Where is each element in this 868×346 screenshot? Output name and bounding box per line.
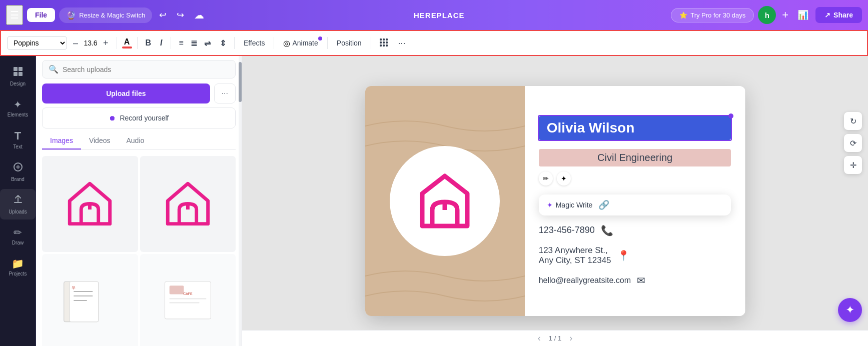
card-left-panel: [365, 86, 525, 316]
location-icon: 📍: [617, 250, 630, 262]
sidebar-item-draw[interactable]: ✏ Draw: [0, 222, 36, 250]
main-layout: Design ✦ Elements T Text Brand Uploads ✏…: [0, 56, 868, 346]
more-options-button[interactable]: ···: [394, 36, 410, 50]
tab-images[interactable]: Images: [42, 132, 81, 150]
house-logo-large: [410, 166, 480, 236]
share-label: Share: [833, 11, 853, 19]
sidebar: Design ✦ Elements T Text Brand Uploads ✏…: [0, 56, 36, 346]
svg-rect-4: [383, 42, 385, 44]
file-button[interactable]: File: [27, 8, 55, 22]
divider-4: [234, 37, 235, 49]
tab-audio[interactable]: Audio: [118, 132, 152, 150]
sidebar-item-uploads[interactable]: Uploads: [0, 189, 36, 220]
brand-icon: [13, 162, 24, 175]
draw-label: Draw: [12, 240, 24, 246]
brand-label: Brand: [11, 176, 25, 182]
image-thumb-1[interactable]: [42, 156, 138, 252]
name-text-box[interactable]: Olivia Wilson: [539, 116, 731, 140]
hamburger-menu[interactable]: ☰: [6, 5, 23, 25]
rotate-right-button[interactable]: ↻: [844, 112, 862, 130]
tab-videos[interactable]: Videos: [81, 132, 119, 150]
edit-magic-button[interactable]: ✦: [557, 172, 571, 186]
uploads-panel: 🔍 Upload files ··· ⏺ Record yourself Ima…: [36, 56, 242, 346]
redo-button[interactable]: ↪: [174, 6, 187, 24]
divider-7: [371, 37, 371, 49]
cloud-save-button[interactable]: ☁: [191, 6, 207, 24]
image-thumb-2[interactable]: [140, 156, 236, 252]
svg-rect-8: [386, 44, 388, 46]
scroll-indicator: [239, 56, 242, 346]
prev-page-button[interactable]: ‹: [534, 331, 545, 346]
svg-rect-11: [14, 72, 18, 76]
uploads-label: Uploads: [9, 209, 27, 214]
sidebar-item-projects[interactable]: 📁 Projects: [0, 252, 36, 282]
add-button[interactable]: +: [780, 6, 790, 24]
upload-files-button[interactable]: Upload files: [42, 84, 210, 104]
grid-button[interactable]: [376, 36, 391, 50]
animate-button[interactable]: ◎ Animate: [279, 36, 322, 50]
font-size-increase[interactable]: +: [100, 37, 112, 50]
record-yourself-button[interactable]: ⏺ Record yourself: [42, 108, 236, 128]
align-left-button[interactable]: ≡: [176, 36, 187, 50]
try-pro-button[interactable]: ⭐ Try Pro for 30 days: [671, 8, 754, 22]
email-row: hello@reallygreatsite.com ✉: [539, 274, 731, 286]
elements-label: Elements: [8, 112, 29, 118]
page-navigation: ‹ 1 / 1 ›: [534, 331, 576, 346]
text-color-indicator: [122, 46, 132, 48]
upload-more-button[interactable]: ···: [214, 84, 236, 104]
divider-6: [327, 37, 328, 49]
panel-scroll-area[interactable]: 🔍 Upload files ··· ⏺ Record yourself Ima…: [36, 56, 242, 346]
magic-link-button[interactable]: 🔗: [598, 200, 609, 210]
magic-switch-label: Resize & Magic Switch: [79, 12, 145, 19]
undo-button[interactable]: ↩: [156, 6, 170, 24]
animate-icon: ◎: [283, 38, 290, 48]
search-input[interactable]: [63, 66, 229, 74]
align-right-button[interactable]: ⇌: [201, 36, 214, 50]
canvas-area: Olivia Wilson Civil Engineering ✏ ✦: [242, 56, 868, 346]
phone-row: 123-456-7890 📞: [539, 224, 731, 236]
magic-switch-button[interactable]: 🔮 Resize & Magic Switch: [59, 8, 152, 23]
text-color-button[interactable]: A: [122, 38, 132, 48]
magic-write-button[interactable]: ✦ Magic Write: [547, 201, 593, 209]
font-selector[interactable]: Poppins: [7, 36, 67, 50]
move-button[interactable]: ✛: [844, 156, 862, 174]
image-thumb-4[interactable]: CAFE: [140, 254, 236, 346]
sidebar-item-brand[interactable]: Brand: [0, 156, 36, 187]
search-icon: 🔍: [49, 64, 59, 74]
magic-write-label: Magic Write: [556, 201, 593, 209]
line-height-button[interactable]: ⇕: [217, 36, 229, 50]
svg-rect-9: [14, 67, 18, 71]
analytics-button[interactable]: 📊: [794, 6, 811, 24]
svg-rect-5: [386, 42, 388, 44]
share-icon: ↗: [824, 11, 830, 19]
media-tabs: Images Videos Audio: [42, 132, 236, 150]
effects-button[interactable]: Effects: [240, 37, 269, 49]
subtitle-box[interactable]: Civil Engineering: [539, 149, 731, 166]
position-button[interactable]: Position: [333, 37, 366, 49]
sidebar-item-design[interactable]: Design: [0, 61, 36, 92]
user-avatar[interactable]: h: [758, 6, 776, 24]
sidebar-item-text[interactable]: T Text: [0, 124, 36, 154]
italic-button[interactable]: I: [157, 36, 165, 50]
card-logo-circle: [390, 146, 500, 256]
text-icon: T: [15, 130, 21, 142]
sidebar-item-elements[interactable]: ✦ Elements: [0, 94, 36, 122]
ai-assistant-button[interactable]: ✦: [838, 298, 862, 322]
share-button[interactable]: ↗ Share: [815, 7, 862, 23]
svg-rect-3: [380, 42, 382, 44]
magic-write-icon: ✦: [547, 201, 553, 209]
text-toolbar: Poppins – 13.6 + A B I ≡ ≣ ⇌ ⇕ Effects ◎…: [0, 30, 868, 56]
scroll-thumb[interactable]: [239, 62, 242, 102]
next-page-button[interactable]: ›: [565, 331, 576, 346]
text-align-group: ≡ ≣ ⇌: [176, 36, 214, 50]
magic-switch-icon: 🔮: [66, 10, 76, 20]
flip-button[interactable]: ⟳: [844, 134, 862, 152]
align-list-button[interactable]: ≣: [188, 36, 200, 50]
edit-pencil-button[interactable]: ✏: [539, 172, 553, 186]
elements-icon: ✦: [14, 98, 22, 110]
bold-button[interactable]: B: [143, 36, 155, 50]
resize-handle[interactable]: [728, 114, 733, 118]
image-thumb-3[interactable]: 우: [42, 254, 138, 346]
uploads-icon: [13, 194, 24, 208]
font-size-decrease[interactable]: –: [70, 37, 81, 50]
